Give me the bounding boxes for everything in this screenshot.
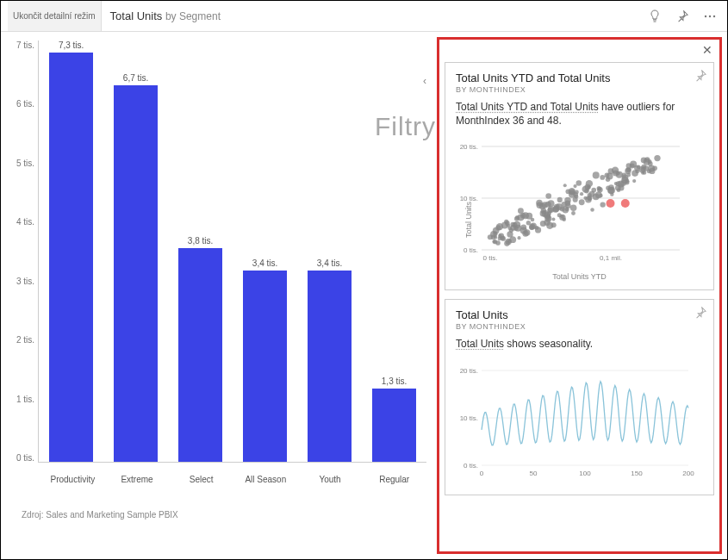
svg-point-98 — [560, 207, 565, 212]
title-sub: by Segment — [165, 10, 221, 22]
svg-text:0,1 mil.: 0,1 mil. — [600, 254, 622, 262]
svg-point-97 — [570, 205, 577, 212]
svg-point-67 — [551, 222, 557, 227]
svg-point-190 — [644, 166, 650, 172]
x-tick: Regular — [362, 471, 426, 484]
more-icon[interactable] — [700, 6, 720, 27]
bar-column[interactable]: 6,7 tis. — [103, 40, 168, 462]
insight-title: Total Units YTD and Total Units — [456, 72, 703, 84]
svg-point-78 — [557, 197, 563, 202]
lightbulb-icon[interactable] — [644, 6, 665, 27]
bar-value-label: 6,7 tis. — [123, 73, 148, 83]
y-tick: 3 tis. — [16, 277, 34, 286]
svg-text:20 tis.: 20 tis. — [460, 143, 478, 151]
mini-x-axis-label: Total Units YTD — [456, 272, 703, 281]
svg-point-102 — [571, 211, 576, 215]
svg-point-182 — [641, 171, 644, 175]
svg-point-101 — [565, 208, 569, 211]
bar-column[interactable]: 7,3 tis. — [39, 40, 103, 462]
insight-subtitle: BY MONTHINDEX — [456, 322, 703, 331]
bar-value-label: 3,4 tis. — [317, 258, 342, 268]
svg-point-81 — [537, 202, 544, 209]
svg-point-58 — [518, 208, 524, 214]
insight-card-seasonality[interactable]: Total Units BY MONTHINDEX Total Units sh… — [445, 299, 714, 495]
svg-point-143 — [610, 193, 613, 196]
svg-point-140 — [593, 172, 600, 179]
bar[interactable] — [243, 271, 287, 462]
svg-point-113 — [590, 208, 594, 212]
svg-point-134 — [589, 191, 595, 197]
insight-subtitle: BY MONTHINDEX — [456, 85, 703, 94]
svg-text:200: 200 — [682, 470, 694, 477]
pin-icon[interactable] — [694, 307, 706, 322]
svg-point-120 — [579, 200, 585, 206]
insight-description: Total Units YTD and Total Units have out… — [456, 101, 703, 128]
bar[interactable] — [178, 248, 222, 462]
svg-point-179 — [637, 165, 641, 170]
svg-point-192 — [621, 199, 630, 208]
svg-point-146 — [604, 173, 609, 178]
line-mini-chart: 0 tis.10 tis.20 tis.050100150200 — [456, 362, 703, 486]
svg-point-110 — [563, 184, 567, 187]
svg-point-93 — [548, 201, 555, 208]
y-axis: 7 tis.6 tis.5 tis.4 tis.3 tis.2 tis.1 ti… — [16, 40, 38, 463]
title-main: Total Units — [110, 9, 163, 22]
svg-point-63 — [526, 221, 531, 225]
svg-point-176 — [630, 161, 637, 168]
bar-column[interactable]: 1,3 tis. — [362, 40, 426, 462]
scatter-mini-chart: Total Units 0 tis.10 tis.20 tis.0 tis.0,… — [456, 138, 703, 281]
svg-point-115 — [583, 196, 587, 200]
bar[interactable] — [372, 389, 416, 462]
bar-column[interactable]: 3,8 tis. — [168, 40, 233, 462]
insight-card-outliers[interactable]: Total Units YTD and Total Units BY MONTH… — [445, 62, 714, 290]
y-tick: 7 tis. — [16, 40, 34, 50]
svg-point-171 — [626, 173, 631, 177]
svg-text:50: 50 — [530, 470, 538, 477]
pin-icon[interactable] — [672, 6, 693, 27]
y-tick: 0 tis. — [16, 453, 34, 463]
svg-text:0 tis.: 0 tis. — [464, 246, 478, 254]
close-icon[interactable]: ✕ — [702, 43, 712, 57]
svg-point-147 — [608, 185, 614, 191]
svg-point-188 — [649, 168, 655, 174]
svg-point-40 — [504, 220, 508, 224]
x-tick: Extreme — [105, 471, 170, 484]
svg-point-86 — [546, 217, 551, 221]
svg-point-34 — [517, 236, 520, 240]
filters-watermark: Filtry — [375, 112, 436, 141]
svg-text:150: 150 — [631, 470, 643, 477]
content-area: ‹ 7 tis.6 tis.5 tis.4 tis.3 tis.2 tis.1 … — [1, 32, 727, 559]
svg-point-0 — [705, 15, 706, 16]
svg-text:0 tis.: 0 tis. — [483, 254, 498, 262]
x-tick: Productivity — [40, 471, 105, 484]
bar[interactable] — [49, 53, 93, 462]
bar-value-label: 1,3 tis. — [382, 376, 407, 386]
svg-text:0 tis.: 0 tis. — [464, 462, 478, 470]
exit-focus-button[interactable]: Ukončit detailní režim — [8, 1, 102, 31]
bar[interactable] — [114, 85, 158, 462]
svg-text:20 tis.: 20 tis. — [460, 367, 478, 375]
svg-point-125 — [580, 192, 583, 196]
svg-text:0: 0 — [480, 470, 484, 477]
svg-point-69 — [531, 218, 535, 222]
bars-container: 7,3 tis.6,7 tis.3,8 tis.3,4 tis.3,4 tis.… — [38, 40, 426, 463]
collapse-handle-icon[interactable]: ‹ — [423, 75, 426, 87]
y-tick: 2 tis. — [16, 335, 34, 345]
svg-point-169 — [622, 173, 627, 178]
y-tick: 1 tis. — [16, 395, 34, 404]
bar-column[interactable]: 3,4 tis. — [297, 40, 362, 462]
svg-point-138 — [599, 194, 603, 198]
svg-point-52 — [514, 216, 520, 221]
svg-point-90 — [551, 218, 555, 221]
x-tick: Youth — [298, 471, 363, 484]
x-tick: Select — [169, 471, 233, 484]
header-bar: Ukončit detailní režim Total Units by Se… — [1, 1, 727, 32]
bar-column[interactable]: 3,4 tis. — [233, 40, 297, 462]
x-axis-labels: ProductivityExtremeSelectAll SeasonYouth… — [40, 471, 426, 484]
pin-icon[interactable] — [694, 70, 706, 85]
mini-y-axis-label: Total Units — [464, 202, 473, 238]
svg-point-155 — [615, 185, 621, 191]
svg-point-168 — [635, 170, 639, 174]
bar[interactable] — [308, 271, 352, 462]
svg-point-119 — [573, 192, 578, 197]
